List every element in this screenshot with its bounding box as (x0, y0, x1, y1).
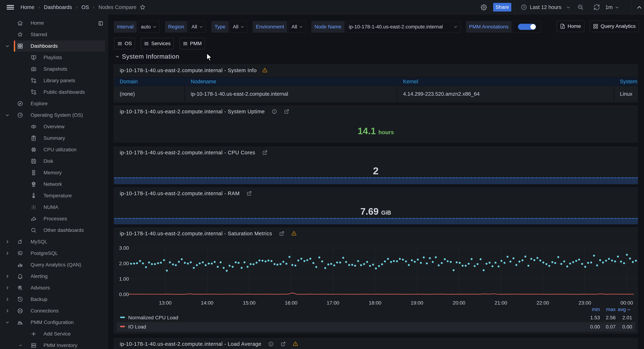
svg-text:13:00: 13:00 (159, 300, 172, 306)
svg-text:23:00: 23:00 (578, 300, 591, 306)
svg-text:1.00: 1.00 (119, 276, 129, 282)
svg-text:19:00: 19:00 (411, 300, 423, 306)
svg-text:14:00: 14:00 (201, 300, 214, 306)
svg-text:18:00: 18:00 (369, 300, 381, 306)
svg-text:22:00: 22:00 (536, 300, 549, 306)
svg-text:15:00: 15:00 (243, 300, 256, 306)
svg-text:3.00: 3.00 (119, 245, 129, 251)
svg-text:21:00: 21:00 (494, 300, 507, 306)
svg-text:20:00: 20:00 (453, 300, 465, 306)
svg-text:16:00: 16:00 (285, 300, 297, 306)
svg-text:17:00: 17:00 (327, 300, 339, 306)
svg-text:0.00: 0.00 (119, 292, 129, 297)
svg-text:00:00: 00:00 (620, 300, 633, 306)
svg-text:2.00: 2.00 (119, 261, 129, 266)
